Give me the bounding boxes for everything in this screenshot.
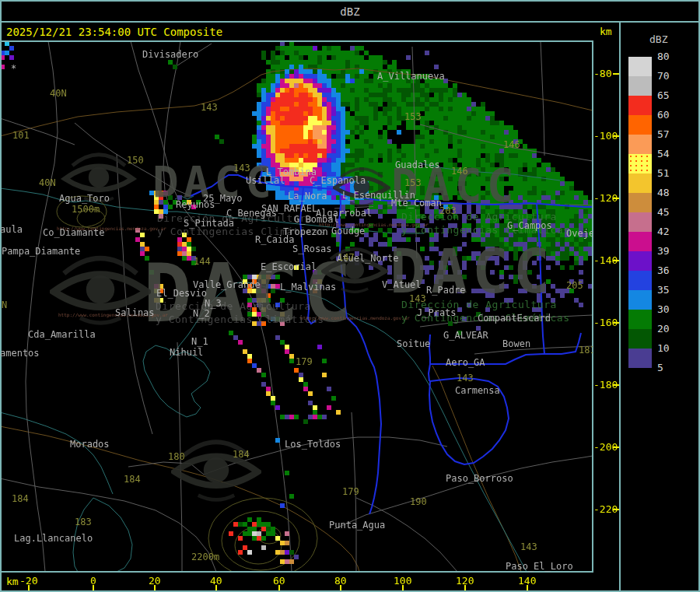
map-route-label: 184 [124, 475, 141, 485]
map-route-label: N [2, 300, 7, 310]
map-place-label: amentos [0, 349, 40, 359]
window-border-top [0, 0, 700, 2]
map-route-label: 101 [12, 131, 30, 141]
map-route-label: 190 [410, 497, 427, 507]
map-route-label: 181 [579, 345, 593, 356]
map-place-label: * [11, 64, 16, 74]
legend-swatch-36 [628, 271, 652, 290]
divider-legend [619, 21, 621, 592]
dbz-legend: dBZ 807065605754514845423936353020105 [621, 23, 698, 590]
map-place-label: 25_Mayo [203, 194, 243, 204]
title-bar: dBZ [0, 0, 700, 21]
map-place-label: Los_Toldos [285, 440, 341, 450]
window-border-left [0, 0, 2, 592]
map-place-label: Valle_Grande [193, 280, 261, 290]
map-route-label: 184 [233, 450, 250, 460]
watermark-url: http://www.contingencias.mendoza.gov.ar [300, 315, 410, 321]
map-place-label: Paso_El_Loro [506, 562, 573, 572]
legend-swatch-80 [628, 57, 652, 76]
map-place-label: Oveje [566, 229, 593, 239]
legend-swatch-45 [628, 212, 652, 232]
map-place-label: Pampa_Diamante [2, 247, 80, 257]
map-route-label: 205 [566, 281, 583, 291]
map-route-label: 146 [451, 166, 468, 177]
legend-swatch-10 [628, 349, 652, 368]
map-route-label: 184 [12, 494, 29, 504]
legend-value: 80 [657, 51, 670, 62]
map-place-label: G_ALVEAR [443, 331, 488, 341]
map-route-label: 153 [404, 112, 422, 122]
map-border-top [0, 40, 593, 42]
map-route-label: 143 [520, 542, 537, 552]
map-route-label: 143 [201, 103, 218, 113]
legend-swatch-35 [628, 290, 652, 310]
bottom-axis-tick-mark [464, 585, 466, 590]
map-place-label: S_Rosas [292, 244, 332, 254]
map-place-label: Paso_Borroso [446, 474, 513, 484]
legend-value: 57 [657, 128, 670, 140]
legend-swatch-48 [628, 193, 652, 212]
legend-value: 65 [657, 89, 670, 101]
right-axis-tick-mark [613, 198, 619, 199]
legend-value: 10 [657, 342, 670, 354]
map-place-label: N_1 [191, 337, 208, 347]
map-route-label: 144 [194, 257, 211, 267]
bottom-axis-tick-mark [93, 585, 94, 590]
map-route-label: 180 [168, 452, 185, 462]
map-place-label: Soitue [397, 339, 430, 349]
map-place-label: G_Campos [507, 221, 552, 231]
map-place-label: J_Prats [417, 308, 457, 318]
dacc-eye-logo-watermark [171, 428, 261, 513]
map-elevation-label: 1500m [72, 205, 100, 215]
legend-swatch-30 [628, 310, 652, 329]
map-route-label: 143 [457, 373, 474, 384]
legend-swatch-51 [628, 173, 652, 193]
map-place-label: N_2 [193, 309, 210, 319]
right-axis-tick-label: -80 [593, 68, 611, 79]
map-place-label: Morados [70, 440, 110, 450]
radar-map[interactable]: DACCDACCDACCDACCDirección de Agricultura… [0, 41, 593, 572]
legend-value: 39 [657, 245, 670, 257]
bottom-axis-tick-mark [340, 585, 341, 590]
legend-value: 30 [657, 303, 670, 315]
map-place-label: G_Bombal [294, 215, 339, 225]
legend-swatch-60 [628, 115, 652, 135]
bottom-axis-tick-mark [402, 585, 404, 590]
map-place-label: Lag.Llancanelo [14, 534, 93, 544]
legend-value: 48 [657, 187, 670, 198]
map-place-label: aula [0, 225, 23, 235]
map-route-label: 150 [127, 156, 144, 166]
legend-value: 42 [657, 226, 670, 237]
map-place-label: Nihuil [170, 348, 203, 358]
right-axis-unit-label: km [600, 26, 612, 37]
map-place-label: Cda_Amarilla [28, 330, 96, 340]
map-place-label: V_Atuel [382, 280, 422, 290]
bottom-axis-tick-mark [278, 585, 280, 590]
map-route-label: 146 [503, 140, 520, 150]
map-route-label: 203 [439, 206, 457, 216]
legend-swatch-65 [628, 96, 652, 115]
map-route-label: 147 [338, 253, 355, 263]
bottom-axis-tick-mark [215, 585, 217, 590]
legend-value: 36 [657, 264, 670, 276]
legend-value: 60 [657, 109, 670, 121]
map-route-label: 40N [50, 89, 67, 99]
legend-value: 5 [657, 362, 663, 373]
map-place-label: Bowen [502, 339, 530, 349]
legend-swatch-42 [628, 232, 652, 251]
map-route-label: 179 [342, 487, 359, 497]
map-border-right [592, 40, 593, 573]
map-place-label: C_Espanola [310, 176, 366, 186]
page-title: dBZ [0, 5, 700, 18]
map-place-label: Guadales [395, 160, 440, 170]
map-place-label: Aero_GA [446, 358, 485, 368]
divider-top [0, 21, 700, 23]
map-border-bottom [0, 571, 593, 573]
legend-value: 20 [657, 323, 670, 335]
bottom-axis-tick-mark [527, 585, 528, 590]
map-place-label: Salinas [115, 308, 155, 318]
right-axis-tick-mark [613, 447, 619, 448]
map-place-label: Mte_Coman [391, 198, 442, 208]
right-axis-tick-mark [613, 509, 619, 510]
map-place-label: L_Malvinas [280, 282, 336, 292]
